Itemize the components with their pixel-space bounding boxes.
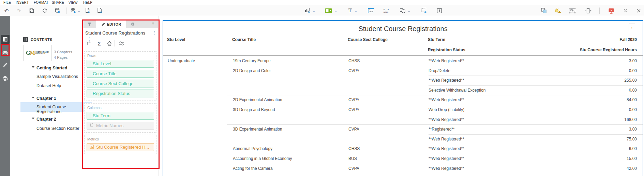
add-page-button[interactable] xyxy=(84,7,91,14)
add-image-button[interactable] xyxy=(367,7,375,14)
page-row[interactable]: Dataset Help xyxy=(20,82,92,89)
totals-button[interactable]: Σ xyxy=(95,40,103,47)
zone-rows[interactable]: Rows Stu Level Course Title Course Sect … xyxy=(84,51,156,100)
table-row[interactable]: 3D Experimental Animation CVPA **Registe… xyxy=(164,124,643,134)
table-row[interactable]: **Web Registered** 75.00 xyxy=(164,134,643,144)
editor-close-button[interactable]: × xyxy=(152,21,154,26)
refresh-button[interactable] xyxy=(41,7,48,14)
table-row[interactable]: **Web Registered** 168.00 xyxy=(164,115,643,125)
add-shape-chevron-icon[interactable]: ⌄ xyxy=(407,10,410,13)
add-shape-button[interactable] xyxy=(399,7,406,14)
redo-button[interactable]: ↷ xyxy=(15,7,23,14)
cell-course-title: Acting for the Camera xyxy=(233,164,273,174)
contents-panel-title: CONTENTS xyxy=(31,38,53,42)
page-row[interactable]: Sample Visualizations xyxy=(20,73,92,80)
add-html-button[interactable]: < >HTML xyxy=(383,7,390,14)
header-course-sect-college[interactable]: Course Sect College xyxy=(348,37,388,42)
editor-field-pill[interactable]: Registration Status xyxy=(87,90,154,97)
chevron-down-icon[interactable] xyxy=(32,118,34,119)
header-metric[interactable]: Stu Course Registered Hours xyxy=(580,48,637,52)
options-button[interactable] xyxy=(118,40,125,47)
chevron-down-icon[interactable] xyxy=(32,66,34,68)
dossier-thumbnail[interactable]: GM GEORGE MASON UNIVERSITY. xyxy=(23,45,52,61)
editor-tools: Σ xyxy=(83,39,158,48)
editor-field-pill[interactable]: Course Title xyxy=(87,70,154,78)
menu-help[interactable]: HELP xyxy=(83,1,92,4)
chapter-row-3[interactable]: Chapter 2⋮ xyxy=(20,116,92,123)
grid-visualization[interactable]: Student Course Registrations ⋮ Stu Level… xyxy=(163,20,643,176)
table-row[interactable]: **Web Registered** 255.00 xyxy=(164,76,643,85)
header-course-title[interactable]: Course Title xyxy=(232,37,256,42)
swap-axes-button[interactable] xyxy=(85,40,93,47)
grid-kebab-menu[interactable]: ⋮ xyxy=(629,24,635,31)
page-row[interactable]: Student Course Registrations xyxy=(20,102,92,112)
table-row[interactable]: Accounting in a Global Economy BUS **Web… xyxy=(164,154,643,164)
duplicate-button[interactable] xyxy=(540,7,548,14)
tab-editor[interactable]: EDITOR xyxy=(96,21,126,28)
tab-settings[interactable] xyxy=(126,21,139,28)
table-row[interactable]: 2D Design and Color CVPA Drop/Delete 0.0… xyxy=(164,66,643,76)
add-visualization-button[interactable] xyxy=(304,7,311,14)
add-text-chevron-icon[interactable]: ⌄ xyxy=(354,10,357,13)
editor-field-pill[interactable]: Course Sect College xyxy=(87,80,154,87)
menu-insert[interactable]: INSERT xyxy=(16,1,29,4)
undo-button[interactable]: ↶ xyxy=(3,7,10,14)
add-panel-stack-button[interactable] xyxy=(420,7,428,14)
add-data-chevron-icon[interactable]: ⌄ xyxy=(77,10,80,13)
editor-field-pill[interactable]: Stu Term xyxy=(87,112,154,120)
tab-filter[interactable] xyxy=(83,21,96,28)
table-row[interactable]: Acting for the Camera CVPA **Web Registe… xyxy=(164,164,643,174)
editor-field-pill[interactable]: Stu Course Registered H... xyxy=(87,143,154,151)
auto-arrange-button[interactable] xyxy=(569,7,576,14)
editor-tab-pencil-icon xyxy=(101,22,105,26)
table-row[interactable]: 2D Experimental Animation CVPA **Web Reg… xyxy=(164,95,643,105)
cell-registration-status: **Web Registered** xyxy=(429,76,464,85)
chapter-row-1[interactable]: Getting Started⋮ xyxy=(20,65,92,71)
fit-to-window-button[interactable] xyxy=(584,7,592,14)
add-chapter-button[interactable] xyxy=(96,7,104,14)
rail-format-button[interactable] xyxy=(1,74,10,83)
collapse-toolbar-button[interactable] xyxy=(622,7,629,14)
menu-file[interactable]: FILE xyxy=(3,1,11,4)
table-row[interactable]: Undergraduate 19th Century Europe CHSS *… xyxy=(164,56,643,66)
editor-field-pill[interactable]: Stu Level xyxy=(87,60,154,68)
editor-field-pill[interactable]: Metric Names xyxy=(87,122,154,130)
menu-share[interactable]: SHARE xyxy=(52,1,64,4)
dataset-status-button[interactable]: 0 xyxy=(54,7,61,14)
add-text-button[interactable]: T xyxy=(346,7,354,14)
header-registration-status[interactable]: Registration Status xyxy=(428,48,465,52)
grid-rows: Undergraduate 19th Century Europe CHSS *… xyxy=(164,56,643,173)
add-filter-chevron-icon[interactable]: ⌄ xyxy=(334,10,337,13)
rail-contents-button[interactable] xyxy=(1,35,10,44)
close-dossier-button[interactable] xyxy=(635,7,642,14)
page-row[interactable]: Course Section Roster xyxy=(20,125,92,132)
header-stu-level[interactable]: Stu Level xyxy=(167,37,185,42)
chevron-down-icon[interactable] xyxy=(32,97,34,98)
add-data-button[interactable] xyxy=(70,7,77,14)
add-shape-icon xyxy=(400,8,406,13)
add-information-panel-button[interactable] xyxy=(436,7,443,14)
rail-datasets-button[interactable] xyxy=(1,49,10,58)
chapter-row-2[interactable]: Chapter 1⋮ xyxy=(20,95,92,102)
table-row[interactable]: Abnormal Psychology CHSS **Web Registere… xyxy=(164,144,643,154)
clear-button[interactable] xyxy=(105,40,113,47)
zone-metrics[interactable]: Metrics Stu Course Registered H... xyxy=(84,135,156,154)
cell-registered-hours: 42.00 xyxy=(627,164,637,174)
add-filter-button[interactable] xyxy=(325,7,332,14)
toolbar-separator xyxy=(66,8,66,14)
add-visualization-chevron-icon[interactable]: ⌄ xyxy=(312,10,315,13)
insights-button[interactable] xyxy=(554,7,561,14)
rail-editor-button[interactable] xyxy=(1,60,10,69)
presentation-mode-button[interactable] xyxy=(608,7,615,14)
table-row[interactable]: 3D Design and Beyond CVPA Web Drop (Liab… xyxy=(164,105,643,115)
menu-view[interactable]: VIEW xyxy=(69,1,78,4)
menu-format[interactable]: FORMAT xyxy=(34,1,48,4)
cell-course-sect-college: CHSS xyxy=(348,56,360,66)
save-button[interactable] xyxy=(28,7,35,14)
table-row[interactable]: Selective Withdrawal Exception 0.00 xyxy=(164,85,643,95)
editor-title-kebab-menu[interactable]: ⋮ xyxy=(152,31,156,35)
header-stu-term[interactable]: Stu Term xyxy=(428,37,445,42)
zone-columns[interactable]: Columns Stu Term Metric Names xyxy=(84,103,156,133)
header-stu-term-value[interactable]: Fall 2020 xyxy=(619,37,637,42)
cell-course-sect-college: CVPA xyxy=(348,164,359,174)
